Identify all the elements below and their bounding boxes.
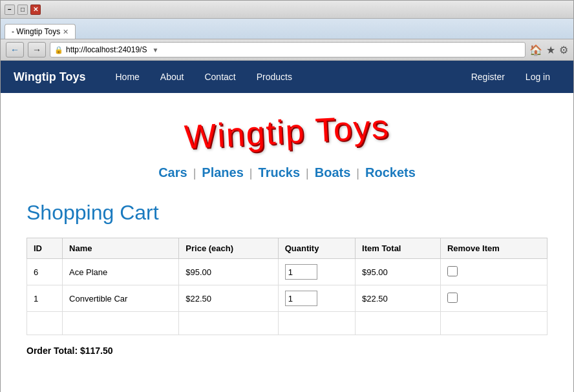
tab-bar: - Wingtip Toys ✕ — [1, 19, 573, 39]
table-header-row: ID Name Price (each) Quantity Item Total… — [27, 238, 547, 259]
favorites-icon[interactable]: ★ — [546, 44, 555, 56]
maximize-button[interactable]: □ — [17, 5, 28, 15]
nav-products[interactable]: Products — [246, 63, 303, 91]
tab-title: - Wingtip Toys — [12, 27, 60, 36]
category-cars[interactable]: Cars — [158, 165, 187, 180]
empty-cell-2 — [63, 312, 179, 335]
row1-name: Ace Plane — [63, 259, 179, 285]
address-bar: ← → 🔒 http://localhost:24019/S ▼ 🏠 ★ ⚙ — [1, 39, 573, 61]
main-content: Shopping Cart ID Name Price (each) Quant… — [1, 188, 573, 369]
browser-tab[interactable]: - Wingtip Toys ✕ — [5, 24, 76, 39]
empty-cell-4 — [278, 312, 355, 335]
category-trucks[interactable]: Trucks — [259, 165, 300, 180]
row2-price: $22.50 — [179, 285, 278, 312]
back-button[interactable]: ← — [6, 42, 24, 57]
table-row: 1 Convertible Car $22.50 $22.50 — [27, 285, 547, 312]
row2-remove — [440, 285, 547, 312]
category-links: Cars | Planes | Trucks | Boats | Rockets — [1, 158, 573, 188]
nav-register[interactable]: Register — [461, 63, 515, 91]
nav-home[interactable]: Home — [105, 63, 150, 91]
sep-2: | — [250, 167, 253, 180]
hero-title: Wingtip Toys — [184, 107, 391, 157]
row1-quantity — [278, 259, 355, 285]
sep-1: | — [193, 167, 197, 180]
order-total: Order Total: $117.50 — [27, 346, 547, 356]
empty-cell-1 — [27, 312, 63, 335]
navbar: Wingtip Toys Home About Contact Products… — [1, 61, 573, 93]
browser-window: − □ ✕ - Wingtip Toys ✕ ← → 🔒 http://loca… — [0, 0, 574, 392]
forward-button[interactable]: → — [28, 42, 46, 57]
tab-close-icon[interactable]: ✕ — [63, 28, 69, 36]
url-input[interactable]: 🔒 http://localhost:24019/S ▼ — [50, 42, 526, 57]
navbar-brand[interactable]: Wingtip Toys — [14, 70, 86, 84]
row2-total: $22.50 — [356, 285, 441, 312]
row2-name: Convertible Car — [63, 285, 179, 312]
app-content: Wingtip Toys Home About Contact Products… — [1, 61, 573, 392]
row1-price: $95.00 — [179, 259, 278, 285]
row1-remove — [440, 259, 547, 285]
browser-tools: 🏠 ★ ⚙ — [529, 44, 568, 56]
page-title: Shopping Cart — [27, 201, 547, 225]
home-icon[interactable]: 🏠 — [529, 44, 542, 56]
url-icon: 🔒 — [54, 46, 63, 54]
settings-icon[interactable]: ⚙ — [559, 44, 568, 56]
col-item-total: Item Total — [356, 238, 441, 259]
minimize-button[interactable]: − — [5, 5, 15, 15]
title-bar-left: − □ ✕ — [5, 5, 41, 15]
col-quantity: Quantity — [278, 238, 355, 259]
row2-remove-checkbox[interactable] — [447, 293, 458, 303]
col-remove: Remove Item — [440, 238, 547, 259]
col-name: Name — [63, 238, 179, 259]
row2-id: 1 — [27, 285, 63, 312]
row1-total: $95.00 — [356, 259, 441, 285]
row1-id: 6 — [27, 259, 63, 285]
close-button[interactable]: ✕ — [30, 5, 41, 15]
nav-about[interactable]: About — [150, 63, 195, 91]
col-price: Price (each) — [179, 238, 278, 259]
empty-cell-3 — [179, 312, 278, 335]
row1-quantity-input[interactable] — [285, 264, 317, 280]
col-id: ID — [27, 238, 63, 259]
category-planes[interactable]: Planes — [202, 165, 243, 180]
url-text: http://localhost:24019/S — [66, 45, 147, 54]
nav-links: Home About Contact Products — [105, 63, 461, 91]
nav-right: Register Log in — [461, 63, 560, 91]
table-row-empty — [27, 312, 547, 335]
nav-login[interactable]: Log in — [515, 63, 560, 91]
category-rockets[interactable]: Rockets — [365, 165, 416, 180]
row1-remove-checkbox[interactable] — [447, 266, 458, 276]
title-bar: − □ ✕ — [1, 1, 573, 19]
nav-contact[interactable]: Contact — [194, 63, 246, 91]
row2-quantity-input[interactable] — [285, 291, 317, 306]
row2-quantity — [278, 285, 355, 312]
sep-3: | — [306, 167, 309, 180]
empty-cell-5 — [356, 312, 441, 335]
cart-table: ID Name Price (each) Quantity Item Total… — [27, 238, 547, 335]
hero-section: Wingtip Toys — [1, 93, 573, 158]
sep-4: | — [356, 167, 359, 180]
empty-cell-6 — [440, 312, 547, 335]
table-row: 6 Ace Plane $95.00 $95.00 — [27, 259, 547, 285]
category-boats[interactable]: Boats — [315, 165, 351, 180]
dropdown-icon[interactable]: ▼ — [152, 46, 158, 54]
